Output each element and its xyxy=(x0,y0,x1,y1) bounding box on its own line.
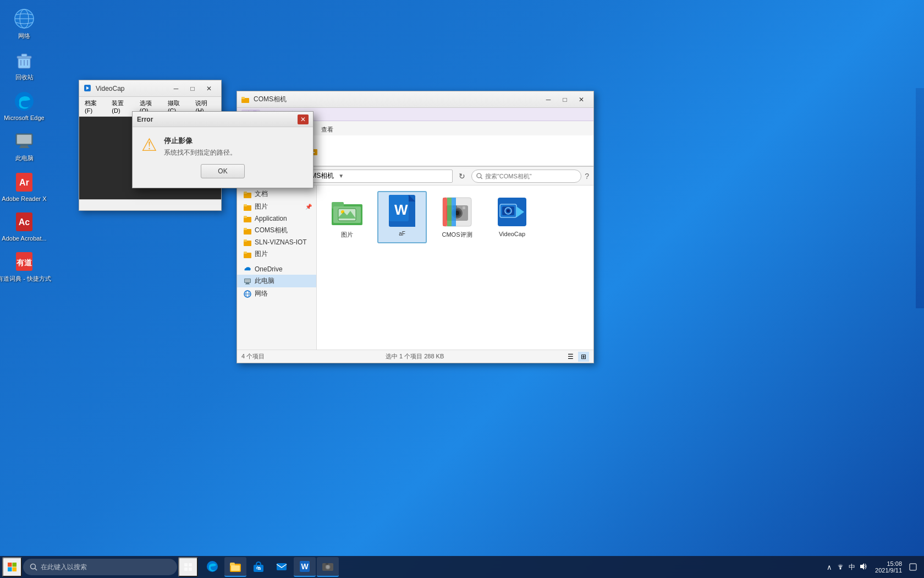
cmos-file-name: CMOS评测 xyxy=(442,231,472,239)
help-btn[interactable]: ? xyxy=(585,172,589,181)
file-item-cmos[interactable]: CMOS评测 xyxy=(432,191,482,243)
error-main-text: 停止影像 xyxy=(164,136,237,146)
svg-rect-49 xyxy=(245,279,250,282)
thispc-icon xyxy=(244,277,251,285)
sidebar-item-onedrive[interactable]: OneDrive xyxy=(237,264,316,275)
explorer-maximize-btn[interactable]: □ xyxy=(557,94,573,106)
start-btn[interactable] xyxy=(2,557,22,577)
explorer-main: 文档 图片 📌 Application xyxy=(237,186,593,350)
taskbar-app-word[interactable]: W xyxy=(294,557,316,577)
address-dropdown-arrow[interactable]: ▼ xyxy=(338,173,344,179)
menu-file[interactable]: 档案(F) xyxy=(81,98,107,115)
file-item-videocap[interactable]: VideoCap xyxy=(487,191,537,243)
error-dialog-close-btn[interactable]: ✕ xyxy=(298,114,309,124)
error-dialog: Error ✕ ⚠ 停止影像 系统找不到指定的路径。 OK xyxy=(132,111,314,188)
taskbar-right: ∧ 中 xyxy=(821,557,922,577)
svg-rect-51 xyxy=(245,283,250,284)
desktop-icon-adobe-acrobat[interactable]: Ac Adobe Acrobat... xyxy=(4,209,44,244)
adobe-acrobat-label: Adobe Acrobat... xyxy=(2,235,46,242)
file-grid: 图片 W xyxy=(317,186,593,350)
sidebar-item-tupian[interactable]: 图片 📌 xyxy=(237,200,316,213)
sidebar-item-sln[interactable]: SLN-VIZNAS-IOT xyxy=(237,237,316,248)
videocap-statusbar xyxy=(79,199,221,210)
desktop-icon-computer[interactable]: 此电脑 xyxy=(4,128,44,165)
explorer-close-btn[interactable]: ✕ xyxy=(574,94,589,106)
taskbar-clock[interactable]: 15:08 2021/9/11 xyxy=(872,559,905,575)
desktop-icon-network[interactable]: 网络 xyxy=(4,6,44,42)
taskbar-app-explorer[interactable] xyxy=(224,557,246,577)
error-dialog-title: Error xyxy=(137,116,298,123)
search-box[interactable] xyxy=(471,170,581,183)
sidebar-item-application[interactable]: Application xyxy=(237,213,316,224)
taskbar-explorer-icon xyxy=(229,560,241,572)
menu-device[interactable]: 装置(D) xyxy=(108,98,135,115)
taskbar-search-input[interactable] xyxy=(41,563,162,571)
svg-point-101 xyxy=(326,565,329,569)
file-item-word[interactable]: W aF xyxy=(377,191,427,243)
sidebar-item-thispc[interactable]: 此电脑 xyxy=(237,275,316,287)
taskbar-app-mail[interactable] xyxy=(271,557,293,577)
sidebar-label-img: 图片 xyxy=(255,249,268,259)
svg-point-79 xyxy=(507,209,510,212)
desktop: 网络 回收站 Microsoft Edge xyxy=(0,0,924,578)
pin-icon-tupian: 📌 xyxy=(305,204,312,210)
sidebar-item-wendang[interactable]: 文档 xyxy=(237,188,316,200)
explorer-titlebar: COMS相机 ─ □ ✕ xyxy=(237,91,593,108)
svg-rect-8 xyxy=(17,135,31,144)
edge-icon xyxy=(13,90,35,112)
folder-icon-application xyxy=(244,215,251,222)
desktop-icon-edge[interactable]: Microsoft Edge xyxy=(4,88,44,123)
tab-view[interactable]: 查看 xyxy=(315,123,339,135)
error-sub-text: 系统找不到指定的路径。 xyxy=(164,148,237,157)
svg-rect-73 xyxy=(452,198,456,226)
svg-rect-10 xyxy=(19,147,29,148)
desktop-icon-youdao[interactable]: 有道 有道词典 - 快捷方式 xyxy=(4,248,44,285)
img-folder-icon xyxy=(331,195,364,228)
svg-rect-72 xyxy=(447,198,452,226)
img-folder-name: 图片 xyxy=(341,231,353,239)
sidebar-item-coms[interactable]: COMS相机 xyxy=(237,224,316,237)
details-view-btn[interactable]: ☰ xyxy=(565,352,576,362)
taskbar-mail-icon xyxy=(276,560,288,572)
svg-rect-37 xyxy=(244,192,247,194)
svg-rect-82 xyxy=(8,568,12,572)
refresh-btn[interactable]: ↻ xyxy=(456,170,468,182)
windows-icon xyxy=(7,562,17,572)
sidebar-item-img[interactable]: 图片 xyxy=(237,248,316,260)
taskbar-app-camera[interactable] xyxy=(317,557,339,577)
svg-rect-81 xyxy=(13,563,17,567)
desktop-icon-recycle[interactable]: 回收站 xyxy=(4,47,44,84)
svg-rect-80 xyxy=(8,563,12,567)
notification-btn[interactable] xyxy=(909,557,917,577)
search-input[interactable] xyxy=(485,173,576,179)
task-view-btn[interactable] xyxy=(178,557,198,577)
taskbar-search[interactable] xyxy=(23,559,177,575)
tray-chevron[interactable]: ∧ xyxy=(826,562,833,572)
tray-lang[interactable]: 中 xyxy=(848,561,856,573)
desktop-icon-adobe-reader[interactable]: Ar Adobe Reader X xyxy=(4,169,44,204)
taskbar-app-store[interactable]: 🛍 xyxy=(248,557,270,577)
network-sidebar-icon xyxy=(244,290,251,298)
right-panel xyxy=(916,88,924,308)
sidebar-label-sln: SLN-VIZNAS-IOT xyxy=(255,238,307,246)
taskbar-edge-icon xyxy=(206,560,218,572)
tray-volume[interactable] xyxy=(859,561,868,573)
svg-rect-102 xyxy=(326,563,328,565)
tiles-view-btn[interactable]: ⊞ xyxy=(578,352,589,362)
sidebar-label-thispc: 此电脑 xyxy=(255,276,274,286)
error-ok-btn[interactable]: OK xyxy=(201,164,245,178)
taskbar-app-edge[interactable] xyxy=(201,557,223,577)
videocap-close-btn[interactable]: ✕ xyxy=(201,83,217,95)
folder-icon-img xyxy=(244,250,251,258)
videocap-maximize-btn[interactable]: □ xyxy=(185,83,200,95)
svg-rect-89 xyxy=(189,568,192,571)
edge-label: Microsoft Edge xyxy=(4,114,44,121)
tray-network[interactable] xyxy=(835,561,845,573)
explorer-minimize-btn[interactable]: ─ xyxy=(541,94,556,106)
videocap-minimize-btn[interactable]: ─ xyxy=(168,83,184,95)
file-item-img-folder[interactable]: 图片 xyxy=(322,191,372,243)
recycle-icon xyxy=(13,49,35,71)
sidebar-item-network[interactable]: 网络 xyxy=(237,287,316,300)
clock-date: 2021/9/11 xyxy=(875,567,902,574)
svg-line-35 xyxy=(481,177,482,178)
